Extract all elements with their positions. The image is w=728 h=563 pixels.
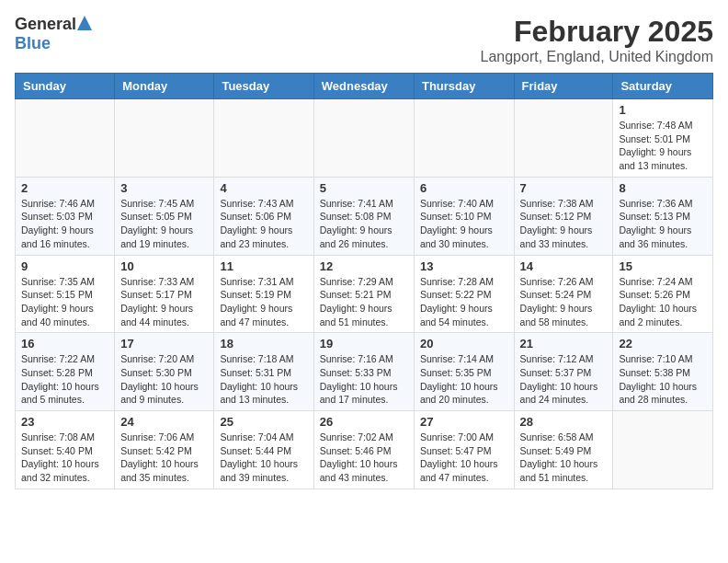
- calendar-cell: [16, 99, 115, 178]
- calendar-cell: 1Sunrise: 7:48 AM Sunset: 5:01 PM Daylig…: [613, 99, 713, 178]
- day-number: 20: [420, 337, 508, 350]
- calendar-cell: 20Sunrise: 7:14 AM Sunset: 5:35 PM Dayli…: [414, 333, 514, 411]
- calendar-header-row: Sunday Monday Tuesday Wednesday Thursday…: [16, 74, 713, 99]
- calendar-cell: 16Sunrise: 7:22 AM Sunset: 5:28 PM Dayli…: [16, 333, 115, 411]
- day-number: 17: [120, 337, 208, 350]
- day-info: Sunrise: 7:18 AM Sunset: 5:31 PM Dayligh…: [220, 352, 307, 407]
- day-info: Sunrise: 7:48 AM Sunset: 5:01 PM Dayligh…: [619, 119, 707, 173]
- calendar-table: Sunday Monday Tuesday Wednesday Thursday…: [15, 73, 713, 489]
- calendar-cell: 23Sunrise: 7:08 AM Sunset: 5:40 PM Dayli…: [16, 411, 115, 489]
- day-number: 3: [120, 181, 208, 195]
- day-number: 23: [21, 415, 108, 429]
- calendar-cell: 3Sunrise: 7:45 AM Sunset: 5:05 PM Daylig…: [115, 177, 214, 255]
- day-number: 7: [520, 181, 608, 195]
- calendar-cell: [214, 99, 313, 178]
- day-info: Sunrise: 7:28 AM Sunset: 5:22 PM Dayligh…: [420, 275, 508, 329]
- calendar-cell: 18Sunrise: 7:18 AM Sunset: 5:31 PM Dayli…: [214, 333, 313, 411]
- day-info: Sunrise: 7:14 AM Sunset: 5:35 PM Dayligh…: [420, 352, 508, 407]
- day-number: 24: [120, 415, 208, 429]
- day-info: Sunrise: 7:16 AM Sunset: 5:33 PM Dayligh…: [320, 352, 408, 407]
- calendar-cell: [313, 99, 414, 178]
- logo-icon: [77, 16, 92, 34]
- calendar-cell: 21Sunrise: 7:12 AM Sunset: 5:37 PM Dayli…: [514, 333, 613, 411]
- day-number: 1: [619, 103, 707, 117]
- calendar-cell: [514, 99, 613, 178]
- day-info: Sunrise: 7:12 AM Sunset: 5:37 PM Dayligh…: [520, 352, 608, 407]
- calendar-cell: 8Sunrise: 7:36 AM Sunset: 5:13 PM Daylig…: [613, 177, 713, 255]
- calendar-cell: 2Sunrise: 7:46 AM Sunset: 5:03 PM Daylig…: [16, 177, 115, 255]
- day-info: Sunrise: 7:02 AM Sunset: 5:46 PM Dayligh…: [320, 431, 408, 485]
- day-info: Sunrise: 7:46 AM Sunset: 5:03 PM Dayligh…: [21, 197, 108, 251]
- calendar-cell: 4Sunrise: 7:43 AM Sunset: 5:06 PM Daylig…: [214, 177, 313, 255]
- day-info: Sunrise: 7:29 AM Sunset: 5:21 PM Dayligh…: [320, 275, 408, 329]
- day-number: 22: [619, 337, 707, 350]
- calendar-cell: [414, 99, 514, 178]
- logo-general: General: [15, 15, 76, 34]
- calendar-cell: 26Sunrise: 7:02 AM Sunset: 5:46 PM Dayli…: [313, 411, 414, 489]
- day-info: Sunrise: 7:45 AM Sunset: 5:05 PM Dayligh…: [120, 197, 208, 251]
- calendar-cell: 28Sunrise: 6:58 AM Sunset: 5:49 PM Dayli…: [514, 411, 613, 489]
- day-number: 6: [420, 181, 508, 195]
- calendar-cell: 24Sunrise: 7:06 AM Sunset: 5:42 PM Dayli…: [115, 411, 214, 489]
- day-number: 9: [21, 259, 108, 273]
- calendar-cell: 10Sunrise: 7:33 AM Sunset: 5:17 PM Dayli…: [115, 255, 214, 333]
- day-number: 21: [520, 337, 608, 350]
- page-header: General Blue February 2025 Langport, Eng…: [15, 15, 713, 65]
- title-section: February 2025 Langport, England, United …: [480, 15, 713, 65]
- day-number: 14: [520, 259, 608, 273]
- day-number: 5: [320, 181, 408, 195]
- calendar-cell: 15Sunrise: 7:24 AM Sunset: 5:26 PM Dayli…: [613, 255, 713, 333]
- header-wednesday: Wednesday: [313, 74, 414, 99]
- header-friday: Friday: [514, 74, 613, 99]
- calendar-cell: [115, 99, 214, 178]
- day-number: 19: [320, 337, 408, 350]
- calendar-cell: 22Sunrise: 7:10 AM Sunset: 5:38 PM Dayli…: [613, 333, 713, 411]
- day-number: 2: [21, 181, 108, 195]
- day-number: 26: [320, 415, 408, 429]
- calendar-cell: 9Sunrise: 7:35 AM Sunset: 5:15 PM Daylig…: [16, 255, 115, 333]
- day-number: 27: [420, 415, 508, 429]
- calendar-cell: 14Sunrise: 7:26 AM Sunset: 5:24 PM Dayli…: [514, 255, 613, 333]
- header-thursday: Thursday: [414, 74, 514, 99]
- calendar-cell: 12Sunrise: 7:29 AM Sunset: 5:21 PM Dayli…: [313, 255, 414, 333]
- calendar-cell: [613, 411, 713, 489]
- header-monday: Monday: [115, 74, 214, 99]
- logo: General Blue: [15, 15, 92, 53]
- day-info: Sunrise: 7:08 AM Sunset: 5:40 PM Dayligh…: [21, 431, 108, 485]
- calendar-cell: 11Sunrise: 7:31 AM Sunset: 5:19 PM Dayli…: [214, 255, 313, 333]
- calendar-cell: 5Sunrise: 7:41 AM Sunset: 5:08 PM Daylig…: [313, 177, 414, 255]
- calendar-week-row: 1Sunrise: 7:48 AM Sunset: 5:01 PM Daylig…: [16, 99, 713, 178]
- day-info: Sunrise: 7:33 AM Sunset: 5:17 PM Dayligh…: [120, 275, 208, 329]
- day-number: 11: [220, 259, 307, 273]
- day-info: Sunrise: 7:40 AM Sunset: 5:10 PM Dayligh…: [420, 197, 508, 251]
- day-number: 4: [220, 181, 307, 195]
- header-saturday: Saturday: [613, 74, 713, 99]
- calendar-cell: 19Sunrise: 7:16 AM Sunset: 5:33 PM Dayli…: [313, 333, 414, 411]
- day-info: Sunrise: 7:43 AM Sunset: 5:06 PM Dayligh…: [220, 197, 307, 251]
- day-number: 28: [520, 415, 608, 429]
- day-info: Sunrise: 7:35 AM Sunset: 5:15 PM Dayligh…: [21, 275, 108, 329]
- day-info: Sunrise: 7:31 AM Sunset: 5:19 PM Dayligh…: [220, 275, 307, 329]
- calendar-cell: 13Sunrise: 7:28 AM Sunset: 5:22 PM Dayli…: [414, 255, 514, 333]
- day-info: Sunrise: 7:10 AM Sunset: 5:38 PM Dayligh…: [619, 352, 707, 407]
- day-number: 25: [220, 415, 307, 429]
- logo-blue: Blue: [15, 34, 51, 52]
- day-info: Sunrise: 7:00 AM Sunset: 5:47 PM Dayligh…: [420, 431, 508, 485]
- header-tuesday: Tuesday: [214, 74, 313, 99]
- header-sunday: Sunday: [16, 74, 115, 99]
- calendar-cell: 17Sunrise: 7:20 AM Sunset: 5:30 PM Dayli…: [115, 333, 214, 411]
- svg-marker-0: [77, 16, 92, 30]
- calendar-week-row: 2Sunrise: 7:46 AM Sunset: 5:03 PM Daylig…: [16, 177, 713, 255]
- calendar-week-row: 23Sunrise: 7:08 AM Sunset: 5:40 PM Dayli…: [16, 411, 713, 489]
- calendar-week-row: 9Sunrise: 7:35 AM Sunset: 5:15 PM Daylig…: [16, 255, 713, 333]
- day-number: 18: [220, 337, 307, 350]
- calendar-cell: 25Sunrise: 7:04 AM Sunset: 5:44 PM Dayli…: [214, 411, 313, 489]
- day-number: 8: [619, 181, 707, 195]
- location-subtitle: Langport, England, United Kingdom: [480, 49, 713, 65]
- day-info: Sunrise: 7:20 AM Sunset: 5:30 PM Dayligh…: [120, 352, 208, 407]
- day-number: 16: [21, 337, 108, 350]
- day-info: Sunrise: 7:26 AM Sunset: 5:24 PM Dayligh…: [520, 275, 608, 329]
- month-year-title: February 2025: [480, 15, 713, 49]
- calendar-cell: 6Sunrise: 7:40 AM Sunset: 5:10 PM Daylig…: [414, 177, 514, 255]
- calendar-week-row: 16Sunrise: 7:22 AM Sunset: 5:28 PM Dayli…: [16, 333, 713, 411]
